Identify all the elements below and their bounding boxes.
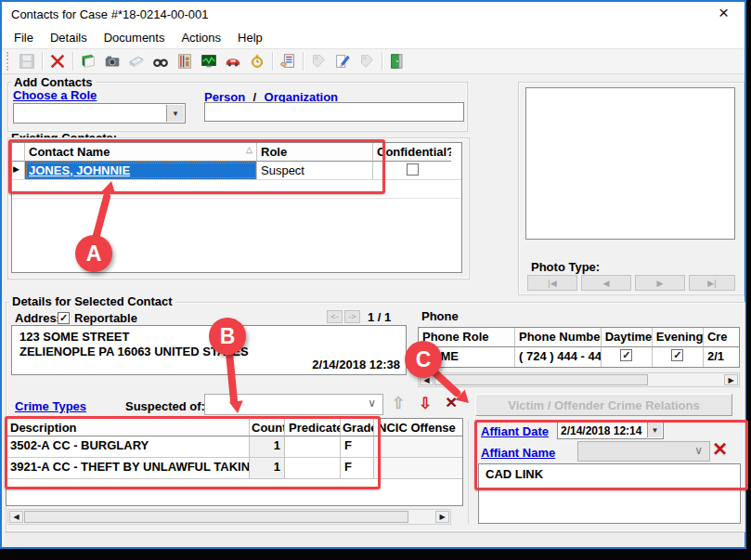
confidential-cell xyxy=(373,162,451,179)
crime-grade-cell[interactable]: F xyxy=(341,458,374,478)
status-bar xyxy=(5,532,744,546)
confidential-checkbox[interactable] xyxy=(407,163,419,176)
crime-predicate-cell[interactable] xyxy=(285,458,341,478)
affiant-name-chevron-icon[interactable]: ∨ xyxy=(694,444,703,457)
suspected-of-combobox[interactable]: ∨ xyxy=(204,394,383,415)
sort-ascending-icon: △ xyxy=(246,145,252,159)
suspected-of-label: Suspected of: xyxy=(125,399,205,413)
choose-a-role-link[interactable]: Choose a Role xyxy=(13,88,97,102)
report-book-icon[interactable] xyxy=(76,50,100,72)
close-icon[interactable]: × xyxy=(719,4,729,22)
toolbar-separator xyxy=(42,52,43,71)
tag-back-icon[interactable] xyxy=(306,50,330,72)
affiant-date-link[interactable]: Affiant Date xyxy=(481,424,549,438)
row-selector-icon: ▶ xyxy=(12,162,25,179)
photo-previous-button[interactable]: ◀ xyxy=(581,275,631,291)
person-name-input[interactable] xyxy=(204,102,464,122)
cad-link-listbox[interactable]: CAD LINK xyxy=(478,463,741,524)
role-combobox[interactable]: ▼ xyxy=(13,103,186,124)
phone-number-cell[interactable]: ( 724 ) 444 - 4444 xyxy=(515,347,602,367)
crime-ncic-cell[interactable] xyxy=(374,458,462,478)
affiant-date-picker[interactable]: 2/14/2018 12:14 ▼ xyxy=(557,421,664,439)
contacts-grid-header: Contact Name △ Role Confidential? xyxy=(12,143,461,162)
annotation-circle-a: A xyxy=(75,235,112,272)
move-up-icon[interactable]: ⇧ xyxy=(392,394,405,413)
crime-grade-cell[interactable]: F xyxy=(341,436,374,457)
watch-icon[interactable] xyxy=(245,50,269,72)
dispatch-clipboard-icon[interactable] xyxy=(276,50,300,72)
vehicle-icon[interactable] xyxy=(221,50,245,72)
phone-scroll-right-icon[interactable]: ▶ xyxy=(724,374,738,385)
address-next-button[interactable]: -> xyxy=(344,310,360,323)
predicate-header: Predicate xyxy=(285,419,341,436)
affiant-date-dropdown-icon[interactable]: ▼ xyxy=(647,423,662,437)
address-previous-button[interactable]: <- xyxy=(327,310,343,323)
phone-scrollbar: ◀ ▶ xyxy=(418,372,740,387)
role-combobox-dropdown-icon[interactable]: ▼ xyxy=(166,105,184,122)
confidential-column-header[interactable]: Confidential? xyxy=(373,143,451,162)
crime-scroll-right-icon[interactable]: ▶ xyxy=(435,511,449,523)
evening-header: Evening xyxy=(653,328,704,347)
delete-contact-icon[interactable] xyxy=(45,50,70,72)
exit-door-icon[interactable] xyxy=(385,50,409,72)
menu-help[interactable]: Help xyxy=(229,29,271,46)
reportable-checkbox[interactable]: ✓ xyxy=(58,312,70,324)
page-title: Contacts for Case #*18-0214-00-001 xyxy=(11,7,208,21)
affiant-date-value: 2/14/2018 12:14 xyxy=(558,424,641,437)
phone-number-header: Phone Number xyxy=(515,328,602,347)
crime-grid-header: Description Counts Predicate Grade NCIC … xyxy=(6,419,462,436)
contact-name-column-header[interactable]: Contact Name △ xyxy=(25,143,257,162)
crime-counts-cell[interactable]: 1 xyxy=(250,436,285,457)
tag-forward-icon[interactable] xyxy=(355,50,379,72)
restraints-icon[interactable] xyxy=(149,50,173,72)
photo-last-button[interactable]: ▶| xyxy=(689,275,735,291)
phone-grid-header: Phone Role Phone Number Daytime Evening … xyxy=(419,328,739,347)
affiant-name-combobox[interactable]: ∨ xyxy=(577,441,710,462)
role-column-header[interactable]: Role xyxy=(257,143,373,162)
daytime-cell: ✓ xyxy=(602,347,653,367)
offender-profile-icon[interactable] xyxy=(173,50,197,72)
remove-crime-icon[interactable]: × xyxy=(446,391,457,413)
toolbar-grip[interactable] xyxy=(6,52,12,71)
suspected-chevron-icon[interactable]: ∨ xyxy=(368,397,376,410)
phone-group-title: Phone xyxy=(421,309,459,323)
affiant-clear-icon[interactable]: × xyxy=(713,435,727,463)
photo-first-button[interactable]: |◀ xyxy=(527,275,577,291)
victim-offender-relations-button[interactable]: Victim / Offender Crime Relations xyxy=(475,394,732,416)
crime-scrollbar-thumb[interactable] xyxy=(24,511,408,523)
crime-description-cell[interactable]: 3921-A CC - THEFT BY UNLAWFUL TAKING xyxy=(6,458,250,478)
menu-documents[interactable]: Documents xyxy=(96,29,174,46)
evening-checkbox[interactable]: ✓ xyxy=(671,349,683,361)
crime-ncic-cell[interactable] xyxy=(374,436,462,457)
crime-scroll-left-icon[interactable]: ◀ xyxy=(9,511,23,523)
screen: Contacts for Case #*18-0214-00-001 × Fil… xyxy=(0,0,751,560)
menu-file[interactable]: File xyxy=(6,29,42,46)
affiant-name-link[interactable]: Affiant Name xyxy=(481,446,555,460)
crime-counts-cell[interactable]: 1 xyxy=(250,458,285,478)
move-down-icon[interactable]: ⇩ xyxy=(419,394,432,413)
crime-scrollbar: ◀ ▶ xyxy=(7,509,451,525)
cad-link-item[interactable]: CAD LINK xyxy=(479,464,740,481)
menu-actions[interactable]: Actions xyxy=(173,29,229,46)
contact-role-cell[interactable]: Suspect xyxy=(257,162,373,179)
edit-pencil-icon[interactable] xyxy=(330,50,355,72)
crime-grid: Description Counts Predicate Grade NCIC … xyxy=(6,418,463,506)
contact-name-cell[interactable]: JONES, JOHNNIE xyxy=(25,162,257,179)
camera-icon[interactable] xyxy=(100,50,124,72)
photo-box xyxy=(525,87,735,240)
toolbar xyxy=(2,48,745,74)
phone-scrollbar-thumb[interactable] xyxy=(434,374,648,385)
monitor-waveform-icon[interactable] xyxy=(197,50,221,72)
menu-bar: File Details Documents Actions Help xyxy=(2,26,745,48)
daytime-checkbox[interactable]: ✓ xyxy=(620,349,632,361)
scanner-icon[interactable] xyxy=(124,50,149,72)
crime-description-cell[interactable]: 3502-A CC - BURGLARY xyxy=(6,436,250,457)
photo-next-button[interactable]: ▶ xyxy=(635,275,685,291)
save-icon[interactable] xyxy=(15,50,39,72)
menu-details[interactable]: Details xyxy=(42,29,96,46)
address-label: Address xyxy=(15,311,63,325)
toolbar-separator xyxy=(382,52,382,71)
evening-cell: ✓ xyxy=(653,347,704,367)
crime-predicate-cell[interactable] xyxy=(285,436,341,457)
crime-types-link[interactable]: Crime Types xyxy=(15,399,86,413)
